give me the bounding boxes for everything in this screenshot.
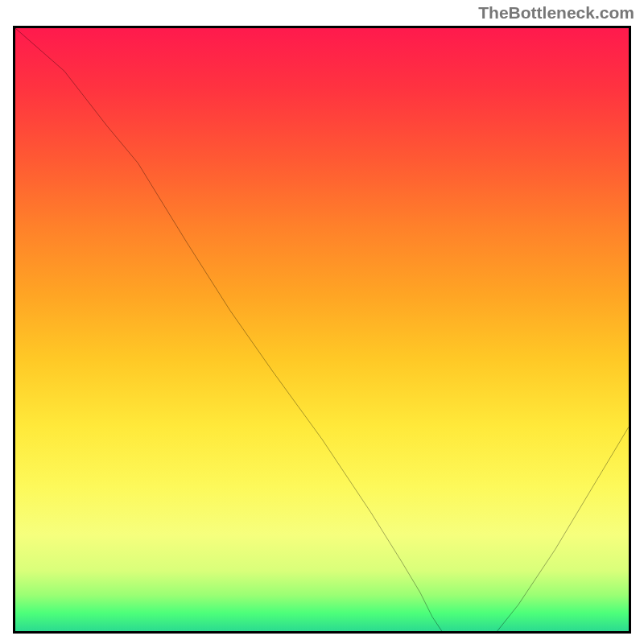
- selected-point-marker: [451, 633, 475, 634]
- bottleneck-curve-path: [15, 28, 629, 634]
- watermark-text: TheBottleneck.com: [478, 3, 634, 23]
- chart-svg: [15, 28, 629, 634]
- chart-frame: [13, 26, 631, 634]
